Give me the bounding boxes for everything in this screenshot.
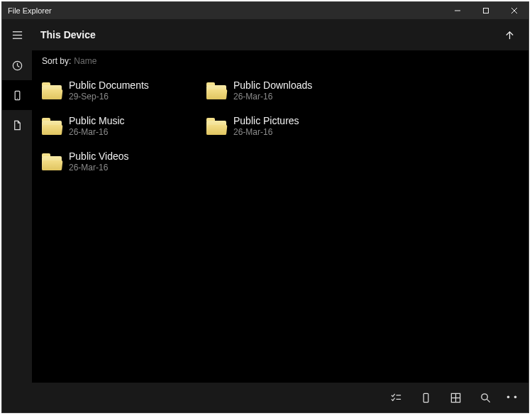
folder-date: 26-Mar-16 [233,127,299,138]
svg-rect-15 [423,393,428,402]
folder-grid: Public Documents29-Sep-16Public Download… [32,72,528,181]
folder-name: Public Music [69,115,125,128]
location-header: This Device [32,19,528,50]
main-area: This Device Sort by: Name Public Documen… [32,19,528,412]
svg-line-20 [487,399,489,402]
folder-date: 29-Sep-16 [69,92,149,102]
sort-bar[interactable]: Sort by: Name [32,50,528,72]
hamburger-icon [11,29,23,41]
folder-item[interactable]: Public Music26-Mar-16 [36,109,201,144]
this-device-icon [11,89,23,102]
sidebar-item-recent[interactable] [2,50,32,80]
svg-line-9 [17,65,19,67]
folder-icon [42,153,62,170]
folder-item[interactable]: Public Videos26-Mar-16 [36,144,201,180]
minimize-button[interactable] [443,2,472,19]
maximize-icon [482,7,489,14]
up-button[interactable] [499,24,520,45]
folder-text: Public Documents29-Sep-16 [69,80,149,103]
recent-icon [11,60,23,72]
folder-text: Public Pictures26-Mar-16 [233,115,299,138]
close-icon [511,7,518,14]
view-list-button[interactable] [411,383,440,412]
folder-name: Public Documents [69,80,149,92]
folder-date: 26-Mar-16 [69,163,129,173]
svg-point-19 [481,393,487,400]
more-button[interactable]: • • [500,383,524,412]
up-arrow-icon [504,30,515,40]
folder-text: Public Music26-Mar-16 [69,115,125,138]
folder-icon [42,82,62,99]
folder-icon [206,118,226,135]
hamburger-button[interactable] [2,19,32,50]
folder-date: 26-Mar-16 [233,92,312,102]
titlebar: File Explorer [2,2,528,19]
window-body: This Device Sort by: Name Public Documen… [2,19,528,412]
sidebar [2,19,32,412]
device-view-icon [420,392,432,404]
folder-icon [42,118,62,135]
view-grid-button[interactable] [440,383,470,412]
search-icon [480,392,492,404]
folder-item[interactable]: Public Pictures26-Mar-16 [201,109,365,144]
search-button[interactable] [470,383,500,412]
folder-name: Public Videos [69,150,129,163]
select-mode-button[interactable] [381,383,411,412]
checklist-icon [390,392,402,404]
folder-text: Public Downloads26-Mar-16 [233,80,312,103]
close-button[interactable] [500,2,528,19]
app-window: File Explorer [1,1,529,413]
folder-text: Public Videos26-Mar-16 [69,150,129,174]
more-icon: • • [506,392,518,403]
grid-icon [450,392,462,404]
sidebar-item-this-device[interactable] [2,80,32,110]
svg-point-11 [16,98,17,99]
maximize-button[interactable] [472,2,500,19]
sort-value: Name [74,56,96,66]
location-title: This Device [40,29,96,40]
folder-item[interactable]: Public Downloads26-Mar-16 [201,73,365,109]
folder-date: 26-Mar-16 [69,127,125,138]
sidebar-item-documents[interactable] [2,110,32,140]
bottom-bar: • • [32,383,528,412]
window-title: File Explorer [8,6,443,15]
folder-name: Public Pictures [233,115,299,128]
svg-rect-1 [484,9,489,13]
document-icon [11,119,23,131]
folder-icon [206,82,226,99]
folder-name: Public Downloads [233,80,312,92]
folder-item[interactable]: Public Documents29-Sep-16 [36,73,201,109]
sort-label: Sort by: [42,56,71,66]
minimize-icon [454,7,461,14]
content-area: Sort by: Name Public Documents29-Sep-16P… [32,50,528,383]
